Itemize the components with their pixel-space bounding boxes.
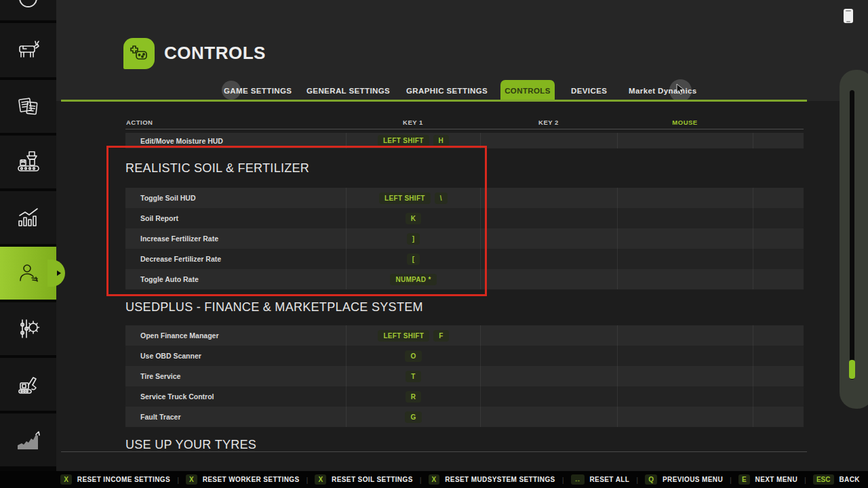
key-badge: X <box>429 474 440 485</box>
column-header-key2: KEY 2 <box>480 119 617 126</box>
clock-icon <box>19 0 37 7</box>
key-binding[interactable]: H <box>433 135 450 146</box>
key-binding[interactable]: R <box>406 391 422 403</box>
sidebar-item-controls-help[interactable] <box>0 247 56 300</box>
separator: | <box>177 476 179 484</box>
section-divider <box>61 451 807 452</box>
hotkey-reset-soil-settings[interactable]: X RESET SOIL SETTINGS <box>315 474 412 485</box>
key-badge: E <box>738 474 750 485</box>
column-header-action: ACTION <box>126 119 153 126</box>
production-icon <box>14 148 43 176</box>
action-label: Open Finance Manager <box>140 331 219 340</box>
sidebar <box>0 0 56 471</box>
separator: | <box>307 476 309 484</box>
action-label: Fault Tracer <box>140 413 181 421</box>
key-badge: X <box>315 474 326 485</box>
page-title: CONTROLS <box>164 43 266 64</box>
hotkey-reset-mudsystem-settings[interactable]: X RESET MUDSYSTEM SETTINGS <box>429 474 555 485</box>
documents-icon <box>14 92 43 121</box>
hotkey-back[interactable]: ESC BACK <box>813 474 860 485</box>
key-binding[interactable]: F <box>433 330 448 342</box>
section-title: USE UP YOUR TYRES <box>125 438 256 452</box>
cow-icon <box>15 37 42 64</box>
hotkey-next-menu[interactable]: E NEXT MENU <box>738 474 797 485</box>
action-label: Service Truck Control <box>140 392 214 401</box>
phone-icon[interactable] <box>844 9 853 23</box>
sidebar-item-animals[interactable] <box>0 23 56 77</box>
hotkey-reset-all[interactable]: ↔ RESET ALL <box>571 474 630 485</box>
tab-market-dynamics[interactable]: Market Dynamics <box>629 80 697 101</box>
key-binding[interactable]: G <box>405 411 421 423</box>
separator: | <box>562 476 564 484</box>
column-header-mouse: MOUSE <box>617 119 753 126</box>
separator: | <box>636 476 638 484</box>
separator: | <box>804 476 806 484</box>
controls-settings-screen: CONTROLS GAME SETTINGS GENERAL SETTINGS … <box>0 0 868 488</box>
left-right-arrows-icon: ↔ <box>571 474 585 485</box>
growth-chart-icon <box>14 425 43 455</box>
sidebar-item-construction[interactable] <box>0 358 56 411</box>
key-badge: X <box>60 474 72 485</box>
action-label: Use OBD Scanner <box>140 352 201 360</box>
hotkey-reset-worker-settings[interactable]: X RESET WORKER SETTINGS <box>186 474 300 485</box>
highlight-annotation-box <box>106 146 487 296</box>
sidebar-item-statistics[interactable] <box>0 191 56 244</box>
tab-devices[interactable]: DEVICES <box>571 80 607 101</box>
action-label: Tire Service <box>140 372 180 380</box>
key-badge: X <box>186 474 197 485</box>
excavator-icon <box>14 370 43 399</box>
controls-header-icon-bubble <box>123 38 155 69</box>
active-tab-bump <box>47 260 65 287</box>
key-badge: Q <box>645 474 657 485</box>
table-header-divider <box>125 129 804 129</box>
section-title: USEDPLUS - FINANCE & MARKETPLACE SYSTEM <box>125 300 423 314</box>
table-row[interactable]: Service Truck Control R <box>125 386 804 407</box>
separator: | <box>420 476 422 484</box>
table-row[interactable]: Fault Tracer G <box>125 407 804 427</box>
bar-chart-icon <box>14 203 43 232</box>
tabs-underline <box>61 100 807 102</box>
hotkey-reset-income-settings[interactable]: X RESET INCOME SETTINGS <box>60 474 170 485</box>
sidebar-item-production[interactable] <box>0 136 56 188</box>
key-binding[interactable]: O <box>405 350 421 362</box>
scrollbar-track[interactable] <box>850 90 854 380</box>
sidebar-item-settings[interactable] <box>0 302 56 355</box>
sidebar-item-finances[interactable] <box>0 413 56 466</box>
key-binding[interactable]: LEFT SHIFT <box>378 135 429 146</box>
hotkey-previous-menu[interactable]: Q PREVIOUS MENU <box>645 474 723 485</box>
mouse-cursor-icon <box>676 83 686 95</box>
scrollbar-thumb[interactable] <box>849 360 855 379</box>
tab-game-settings[interactable]: GAME SETTINGS <box>224 80 292 101</box>
table-row[interactable]: Tire Service T <box>125 366 804 386</box>
active-tab-arrow-icon <box>57 270 61 276</box>
key-binding[interactable]: T <box>406 371 420 382</box>
sidebar-item-contracts[interactable] <box>0 80 56 133</box>
person-wrench-icon <box>15 260 42 287</box>
tab-controls[interactable]: CONTROLS <box>500 80 555 101</box>
tab-general-settings[interactable]: GENERAL SETTINGS <box>307 80 390 101</box>
separator: | <box>730 476 732 484</box>
column-header-key1: KEY 1 <box>346 119 480 126</box>
table-row[interactable]: Open Finance Manager LEFT SHIFT F <box>125 325 804 346</box>
gamepad-icon <box>127 42 151 65</box>
bottom-hotkey-bar: X RESET INCOME SETTINGS | X RESET WORKER… <box>0 471 868 488</box>
tab-graphic-settings[interactable]: GRAPHIC SETTINGS <box>406 80 488 101</box>
action-label: Edit/Move Moisture HUD <box>140 137 223 145</box>
table-row[interactable]: Use OBD Scanner O <box>125 346 804 366</box>
sidebar-item-clock[interactable] <box>0 0 56 20</box>
sliders-gear-icon <box>14 314 43 343</box>
key-binding[interactable]: LEFT SHIFT <box>378 330 429 342</box>
key-badge: ESC <box>813 474 834 485</box>
